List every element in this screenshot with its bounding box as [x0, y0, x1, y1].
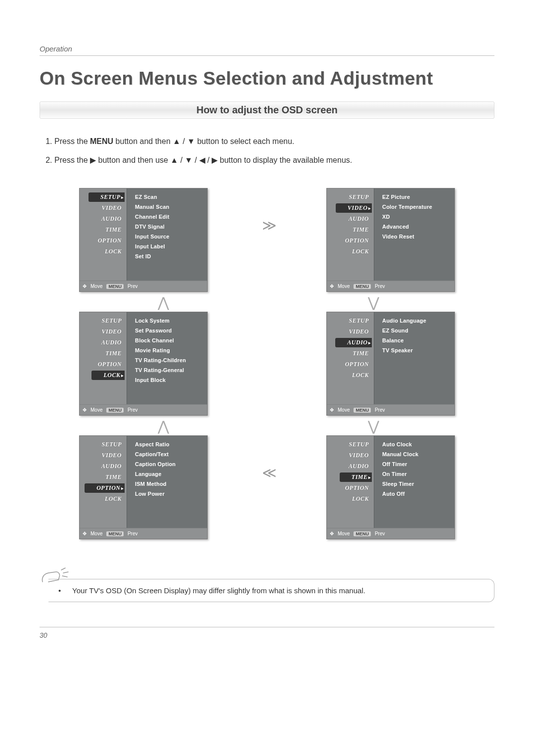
osd-tab-label: LOCK: [105, 495, 122, 502]
osd-tab-time[interactable]: TIME: [93, 472, 125, 482]
osd-tab-icon: [341, 371, 350, 380]
osd-tab-label: VIDEO: [349, 328, 369, 335]
step-text-post: button and then ▲ / ▼ button to select e…: [113, 137, 294, 145]
osd-menu-item[interactable]: Sleep Timer: [380, 479, 454, 488]
osd-tab-label: VIDEO: [348, 204, 368, 211]
osd-menu-item[interactable]: Lock System: [133, 316, 207, 325]
osd-menu-item[interactable]: DTV Signal: [133, 222, 207, 231]
osd-menu-item[interactable]: XD: [380, 212, 454, 221]
osd-menu-item[interactable]: Video Reset: [380, 232, 454, 241]
osd-tab-audio[interactable]: AUDIO: [337, 462, 372, 471]
osd-menu-item[interactable]: On Timer: [380, 470, 454, 478]
move-label: Move: [90, 284, 102, 289]
osd-tab-icon: [94, 225, 103, 235]
move-glyph-icon: ✥: [83, 531, 87, 536]
osd-tab-setup[interactable]: SETUP▸: [89, 192, 125, 202]
osd-menu-item[interactable]: Set ID: [133, 252, 207, 261]
osd-menu-item[interactable]: Movie Rating: [133, 346, 207, 355]
osd-tab-icon: [338, 316, 347, 326]
osd-menu-item[interactable]: Input Source: [133, 232, 207, 241]
osd-tab-video[interactable]: VIDEO: [89, 327, 125, 336]
osd-tab-video[interactable]: VIDEO: [89, 451, 125, 460]
osd-tab-time[interactable]: TIME▸: [340, 472, 372, 482]
osd-tab-audio[interactable]: AUDIO: [337, 214, 372, 224]
osd-sidebar: SETUPVIDEO▸AUDIOTIMEOPTIONLOCK: [327, 189, 374, 281]
osd-menu-item[interactable]: ISM Method: [133, 479, 207, 488]
osd-menu-item[interactable]: TV Rating-Children: [133, 356, 207, 365]
osd-tab-option[interactable]: OPTION▸: [85, 483, 125, 493]
osd-tab-option[interactable]: OPTION: [86, 360, 125, 369]
prev-label: Prev: [128, 407, 138, 413]
osd-menu-item[interactable]: Input Label: [133, 242, 207, 251]
osd-tab-label: LOCK: [352, 248, 369, 255]
osd-menu-item[interactable]: TV Rating-General: [133, 366, 207, 375]
osd-tab-label: OPTION: [345, 237, 369, 244]
osd-menu-item[interactable]: Block Channel: [133, 336, 207, 345]
osd-tab-label: VIDEO: [101, 328, 122, 335]
osd-tab-audio[interactable]: AUDIO: [89, 462, 125, 471]
osd-menu-item[interactable]: Set Password: [133, 326, 207, 335]
osd-tab-audio[interactable]: AUDIO: [89, 214, 125, 224]
page-title: On Screen Menus Selection and Adjustment: [40, 68, 494, 89]
osd-menu-item[interactable]: Off Timer: [380, 460, 454, 469]
osd-tab-video[interactable]: VIDEO▸: [336, 203, 372, 213]
osd-menu-item[interactable]: Language: [133, 470, 207, 478]
osd-footer: ✥MoveMENUPrev: [80, 528, 207, 539]
osd-panel-lock: SETUPVIDEOAUDIOTIMEOPTIONLOCK▸Lock Syste…: [79, 312, 208, 416]
osd-content: Aspect RatioCaption/TextCaption OptionLa…: [127, 436, 207, 528]
osd-tab-setup[interactable]: SETUP: [89, 440, 125, 449]
osd-tab-label: SETUP: [101, 317, 122, 324]
osd-footer: ✥MoveMENUPrev: [80, 281, 207, 291]
osd-tab-icon: [341, 494, 350, 504]
osd-menu-item[interactable]: EZ Sound: [380, 326, 454, 335]
osd-tab-lock[interactable]: LOCK: [340, 371, 372, 380]
osd-tab-video[interactable]: VIDEO: [337, 327, 372, 336]
osd-tab-lock[interactable]: LOCK: [340, 494, 372, 504]
osd-tab-audio[interactable]: AUDIO▸: [335, 338, 372, 347]
osd-menu-item[interactable]: Aspect Ratio: [133, 440, 207, 449]
osd-menu-item[interactable]: Audio Language: [380, 316, 454, 325]
osd-tab-icon: [90, 327, 99, 336]
osd-menu-item[interactable]: EZ Scan: [133, 192, 207, 201]
osd-tab-time[interactable]: TIME: [341, 349, 372, 358]
osd-tab-time[interactable]: TIME: [93, 349, 125, 358]
osd-tab-icon: [94, 494, 103, 504]
osd-menu-item[interactable]: Manual Clock: [380, 450, 454, 459]
osd-menu-item[interactable]: Balance: [380, 336, 454, 345]
osd-tab-option[interactable]: OPTION: [333, 236, 372, 245]
osd-footer: ✥MoveMENUPrev: [327, 281, 454, 291]
osd-menu-item[interactable]: Caption Option: [133, 460, 207, 469]
osd-menu-item[interactable]: Color Temperature: [380, 202, 454, 211]
osd-menu-item[interactable]: EZ Picture: [380, 192, 454, 201]
osd-tab-audio[interactable]: AUDIO: [89, 338, 125, 347]
osd-menu-item[interactable]: Auto Off: [380, 489, 454, 498]
osd-tab-setup[interactable]: SETUP: [337, 440, 372, 449]
osd-tab-lock[interactable]: LOCK: [93, 494, 125, 504]
osd-tab-option[interactable]: OPTION: [333, 360, 372, 369]
osd-tab-setup[interactable]: SETUP: [337, 192, 372, 202]
osd-tab-video[interactable]: VIDEO: [89, 203, 125, 213]
prev-label: Prev: [128, 284, 138, 289]
osd-tab-option[interactable]: OPTION: [333, 483, 372, 493]
osd-menu-item[interactable]: Advanced: [380, 222, 454, 231]
osd-tab-lock[interactable]: LOCK: [93, 247, 125, 256]
osd-tab-label: SETUP: [349, 317, 369, 324]
osd-tab-time[interactable]: TIME: [341, 225, 372, 235]
osd-tab-lock[interactable]: LOCK▸: [91, 371, 125, 380]
osd-tab-icon: [87, 360, 96, 369]
osd-tab-time[interactable]: TIME: [93, 225, 125, 235]
osd-tab-icon: [336, 338, 345, 347]
osd-tab-icon: [334, 236, 343, 245]
osd-menu-item[interactable]: Caption/Text: [133, 450, 207, 459]
osd-menu-item[interactable]: Channel Edit: [133, 212, 207, 221]
osd-tab-video[interactable]: VIDEO: [337, 451, 372, 460]
osd-tab-option[interactable]: OPTION: [86, 236, 125, 245]
osd-menu-item[interactable]: Manual Scan: [133, 202, 207, 211]
osd-tab-setup[interactable]: SETUP: [89, 316, 125, 326]
osd-menu-item[interactable]: TV Speaker: [380, 346, 454, 355]
osd-menu-item[interactable]: Input Block: [133, 376, 207, 384]
osd-tab-setup[interactable]: SETUP: [337, 316, 372, 326]
osd-menu-item[interactable]: Auto Clock: [380, 440, 454, 449]
osd-tab-lock[interactable]: LOCK: [340, 247, 372, 256]
osd-menu-item[interactable]: Low Power: [133, 489, 207, 498]
